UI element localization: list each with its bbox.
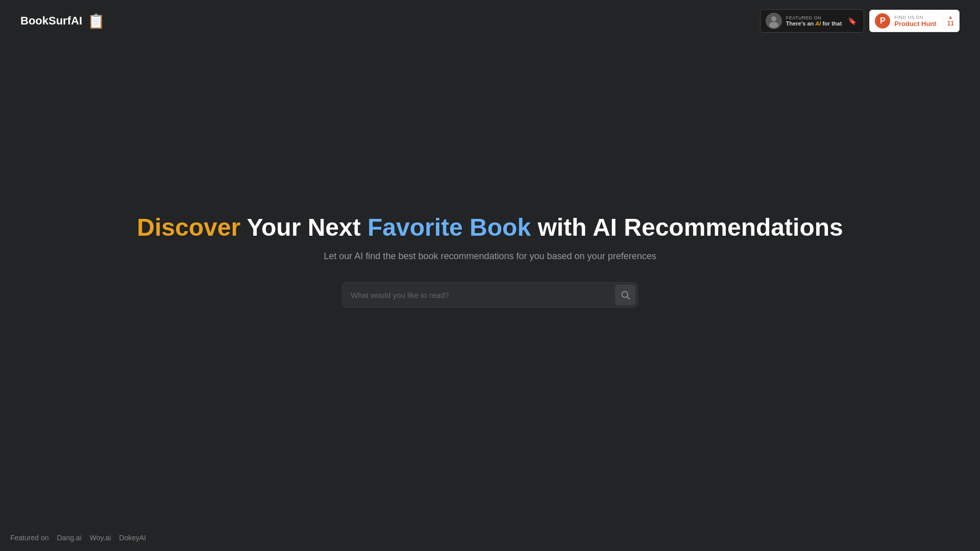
search-button[interactable] — [615, 285, 635, 305]
footer-link-dokey[interactable]: DokeyAI — [119, 534, 146, 542]
headline-with-ai: with AI Recommendations — [537, 214, 843, 241]
search-input[interactable] — [351, 286, 615, 305]
footer: Featured on Dang.ai Woy.ai DokeyAI — [0, 524, 980, 551]
headline-discover: Discover — [137, 214, 240, 241]
search-bar — [342, 282, 638, 308]
svg-line-4 — [627, 297, 630, 299]
main-subtitle: Let our AI find the best book recommenda… — [324, 251, 656, 262]
footer-link-dang[interactable]: Dang.ai — [57, 534, 82, 542]
main-content: Discover Your Next Favorite Book with AI… — [0, 0, 980, 551]
headline-your-next: Your Next — [247, 214, 368, 241]
headline-favorite-book: Favorite Book — [368, 214, 531, 241]
footer-featured-label: Featured on — [10, 534, 49, 542]
search-icon — [620, 290, 630, 300]
footer-link-woy[interactable]: Woy.ai — [90, 534, 111, 542]
main-headline: Discover Your Next Favorite Book with AI… — [137, 213, 843, 242]
